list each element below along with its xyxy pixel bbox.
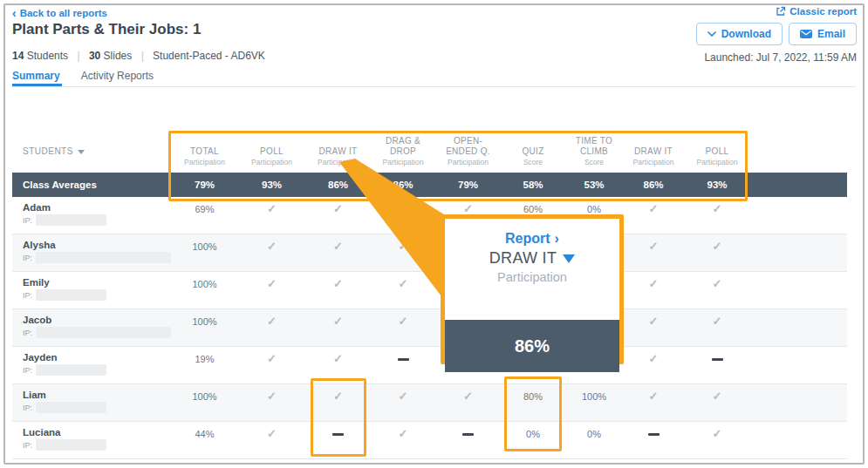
score-value: 0% xyxy=(587,204,601,214)
check-icon: ✓ xyxy=(267,241,277,251)
score-value: 100% xyxy=(192,316,216,327)
column-header-poll[interactable]: POLLParticipation xyxy=(684,113,750,173)
slides-count: 30 xyxy=(89,50,100,62)
score-cell: ✓ xyxy=(684,234,750,271)
student-row: AlyshaIP:100%✓✓✓✓✓ xyxy=(12,234,847,272)
column-header-draw-it[interactable]: DRAW ITParticipation xyxy=(623,113,684,173)
score-cell: 100% xyxy=(565,384,623,421)
check-icon: ✓ xyxy=(333,391,343,401)
student-row: LucianaIP:44%✓✓0%0%✓ xyxy=(12,422,847,459)
column-header-draw-it[interactable]: DRAW ITParticipation xyxy=(305,113,371,173)
dropdown-triangle-icon xyxy=(563,254,575,263)
score-cell: ✓ xyxy=(305,272,371,309)
student-row: JacobIP:100%✓✓✓✓✓ xyxy=(12,309,847,347)
ip-label: IP: xyxy=(23,291,32,300)
column-header-time-to-climb[interactable]: TIME TO CLIMBScore xyxy=(565,113,623,173)
score-cell: 69% xyxy=(171,197,238,234)
classic-report-link[interactable]: Classic report xyxy=(776,6,857,17)
score-cell: ✓ xyxy=(238,234,305,271)
ip-label: IP: xyxy=(23,441,32,450)
score-cell: ✓ xyxy=(238,422,305,458)
student-ip-line: IP: xyxy=(23,289,171,301)
student-ip-line: IP: xyxy=(23,364,171,376)
class-averages-row: Class Averages79%93%86%86%79%58%53%86%93… xyxy=(12,173,847,197)
email-button[interactable]: Email xyxy=(789,23,857,45)
score-cell: ✓ xyxy=(238,272,305,309)
score-cell: 0% xyxy=(501,422,565,458)
score-value: 100% xyxy=(582,391,606,402)
check-icon: ✓ xyxy=(267,316,277,326)
check-icon: ✓ xyxy=(713,204,722,214)
report-chevron-icon: › xyxy=(555,231,559,246)
student-row: EmilyIP:100%✓✓✓✓✓ xyxy=(12,272,847,309)
report-page: ‹Back to all reports Classic report Plan… xyxy=(0,0,868,468)
check-icon: ✓ xyxy=(399,279,408,288)
score-cell: ✓ xyxy=(623,234,684,271)
ip-redacted-box xyxy=(36,364,106,376)
column-header-label: TIME TO CLIMB xyxy=(576,136,612,156)
ip-label: IP: xyxy=(23,329,32,337)
students-label: Students xyxy=(27,50,68,62)
row-spacer xyxy=(750,384,847,421)
score-cell: 80% xyxy=(501,384,565,421)
score-cell: ✓ xyxy=(623,384,684,421)
column-header-open-ended-q-[interactable]: OPEN- ENDED Q.Participation xyxy=(435,113,501,173)
score-cell: ✓ xyxy=(623,272,684,309)
student-name-cell: JacobIP: xyxy=(12,309,171,346)
score-cell: ✓ xyxy=(305,347,371,383)
score-cell: ✓ xyxy=(623,197,684,234)
external-link-icon xyxy=(776,6,786,17)
class-average-value: 86% xyxy=(445,320,619,372)
score-value: 0% xyxy=(526,429,540,439)
column-header-sublabel: Participation xyxy=(318,158,359,166)
column-header-label: QUIZ xyxy=(522,146,543,157)
check-icon: ✓ xyxy=(399,316,408,326)
chevron-down-icon xyxy=(707,31,716,37)
session-mode: Student-Paced - AD6VK xyxy=(153,50,265,62)
column-header-poll[interactable]: POLLParticipation xyxy=(238,113,305,173)
student-ip-line: IP: xyxy=(23,327,171,338)
ip-label: IP: xyxy=(23,254,32,262)
score-cell: 0% xyxy=(565,422,623,458)
column-header-sublabel: Participation xyxy=(184,158,225,166)
ip-redacted-box xyxy=(36,327,171,338)
dash-icon xyxy=(462,433,474,436)
score-cell: ✓ xyxy=(371,384,435,421)
check-icon: ✓ xyxy=(713,241,722,251)
student-row: AdamIP:69%✓✓✓60%0%✓✓ xyxy=(12,197,847,234)
class-average-value: 86% xyxy=(371,180,435,190)
slides-label: Slides xyxy=(104,50,133,62)
report-link[interactable]: Report› xyxy=(445,231,619,247)
score-value: 80% xyxy=(523,391,543,402)
row-spacer xyxy=(750,309,847,346)
student-row: LiamIP:100%✓✓✓✓80%100%✓✓ xyxy=(12,384,847,422)
row-spacer xyxy=(750,272,847,309)
score-cell: ✓ xyxy=(684,197,750,234)
activity-dropdown[interactable]: DRAW IT xyxy=(445,249,619,268)
header-actions: Download Email xyxy=(696,23,857,45)
row-spacer xyxy=(750,197,847,234)
check-icon: ✓ xyxy=(713,391,722,401)
score-value: 19% xyxy=(195,354,214,364)
score-cell: ✓ xyxy=(684,422,750,458)
download-button[interactable]: Download xyxy=(696,23,783,45)
check-icon: ✓ xyxy=(713,316,722,326)
score-cell xyxy=(371,197,435,234)
metric-label: Participation xyxy=(445,270,619,284)
back-to-reports-link[interactable]: ‹Back to all reports xyxy=(12,6,107,20)
students-header-label: STUDENTS xyxy=(23,146,73,157)
check-icon: ✓ xyxy=(267,391,277,401)
tab-activity-reports[interactable]: Activity Reports xyxy=(81,70,154,87)
score-cell: ✓ xyxy=(371,234,435,271)
score-cell: ✓ xyxy=(238,309,305,346)
column-header-drag-drop[interactable]: DRAG & DROPParticipation xyxy=(371,113,435,173)
score-cell: 19% xyxy=(171,347,238,383)
column-header-quiz[interactable]: QUIZScore xyxy=(501,113,565,173)
score-cell: ✓ xyxy=(623,309,684,346)
column-header-total[interactable]: TOTALParticipation xyxy=(171,113,238,173)
students-column-header[interactable]: STUDENTS xyxy=(12,113,171,173)
column-header-sublabel: Participation xyxy=(633,158,674,166)
score-cell xyxy=(305,422,371,458)
student-ip-line: IP: xyxy=(23,439,171,451)
check-icon: ✓ xyxy=(649,279,659,288)
